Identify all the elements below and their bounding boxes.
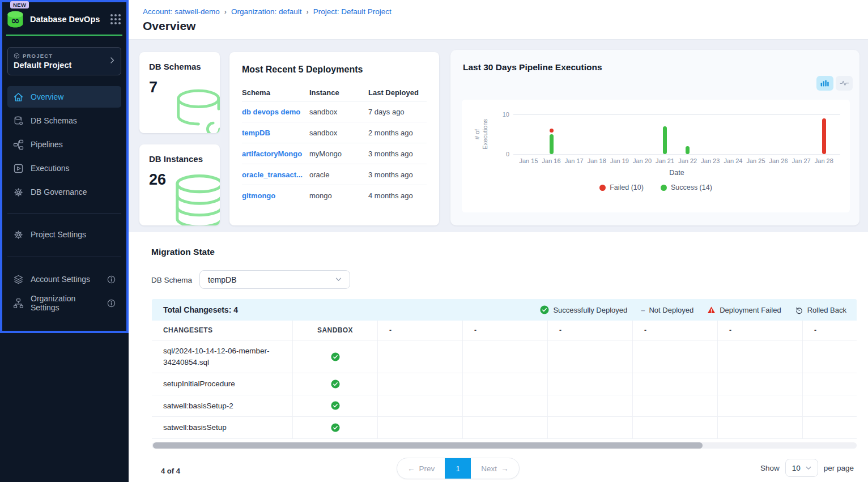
deployments-table: SchemaInstanceLast Deployed db devops de… (242, 84, 427, 206)
page-size-select[interactable]: 10 (785, 459, 818, 477)
status-legend-item: Successfully Deployed (540, 305, 627, 314)
sidebar-item-organization-settings[interactable]: Organization Settings (7, 292, 121, 314)
gridline (513, 154, 840, 155)
svg-text:∞: ∞ (11, 15, 20, 27)
x-tick-label: Jan 23 (701, 157, 720, 164)
legend-label: Failed (10) (610, 184, 644, 191)
sidebar-item-db-schemas[interactable]: DB Schemas (7, 110, 121, 131)
arrow-left-icon: ← (407, 464, 415, 473)
db-schema-select[interactable]: tempDB (199, 270, 350, 289)
legend-item: Success (14) (661, 184, 712, 191)
per-page-label: per page (824, 464, 854, 472)
check-circle-icon (331, 401, 340, 410)
failed-bar (822, 118, 826, 154)
x-tick-label: Jan 27 (792, 157, 811, 164)
changesets-column-header: CHANGESETS (152, 321, 293, 340)
scrollbar-thumb[interactable] (153, 442, 703, 449)
success-bar (686, 146, 690, 154)
stat-label: DB Schemas (149, 62, 210, 71)
empty-cell (548, 373, 633, 395)
changeset-status-cell (293, 373, 378, 395)
deployment-schema-link[interactable]: tempDB (242, 129, 309, 137)
deployment-instance: sandbox (309, 129, 368, 137)
empty-cell (633, 373, 718, 395)
sidebar-item-executions[interactable]: Executions (7, 157, 121, 179)
page-1-button[interactable]: 1 (445, 458, 471, 479)
stat-label: DB Instances (149, 154, 210, 164)
info-icon[interactable] (107, 275, 116, 284)
deployment-last-deployed: 2 months ago (368, 129, 427, 137)
deployments-title: Most Recent 5 Deployments (242, 65, 427, 75)
pagination-summary: 4 of 4 (161, 467, 180, 475)
project-selector[interactable]: PROJECT Default Project (7, 47, 121, 75)
chart-title: Last 30 Days Pipeline Executions (463, 62, 602, 72)
x-tick-label: Jan 19 (610, 157, 629, 164)
x-tick-label: Jan 26 (769, 157, 788, 164)
layers-icon (13, 274, 24, 285)
breadcrumb-link[interactable]: Project: Default Project (313, 7, 392, 16)
page-header: Account: satwell-demo›Organization: defa… (129, 0, 868, 40)
org-icon (13, 298, 24, 309)
changeset-name: sql/2024-10-14-12-06-member-34240854.sql (152, 340, 293, 373)
database-stack-icon (170, 173, 220, 225)
x-tick-label: Jan 25 (746, 157, 765, 164)
changeset-row: sql/2024-10-14-12-06-member-34240854.sql (152, 340, 857, 373)
empty-cell (378, 395, 463, 417)
show-label: Show (760, 464, 780, 472)
app-grid-icon[interactable] (110, 14, 121, 24)
breadcrumb-link[interactable]: Account: satwell-demo (143, 7, 220, 16)
breadcrumb-link[interactable]: Organization: default (231, 7, 302, 16)
changeset-name: setupInitialProcedure (152, 373, 293, 395)
line-chart-toggle-button[interactable] (836, 76, 853, 91)
sidebar-nav-secondary: Project Settings (0, 224, 129, 245)
legend-dot (599, 185, 606, 191)
next-page-button[interactable]: Next→ (471, 458, 518, 479)
project-label: PROJECT (23, 53, 53, 59)
x-tick-label: Jan 20 (633, 157, 652, 164)
sidebar-item-project-settings[interactable]: Project Settings (7, 224, 121, 245)
total-changesets-bar: Total Changesets: 4 Successfully Deploye… (152, 299, 857, 321)
x-axis-label: Date (513, 169, 840, 177)
x-tick-label: Jan 18 (588, 157, 606, 164)
deployment-schema-link[interactable]: artifactoryMongo (242, 150, 309, 158)
db-schemas-card: DB Schemas 7 (139, 52, 220, 133)
project-name: Default Project (14, 61, 115, 70)
changesets-table-header: CHANGESETSSANDBOX------ (152, 321, 857, 340)
x-tick-label: Jan 17 (565, 157, 584, 164)
changesets-column-header: - (633, 321, 718, 340)
empty-cell (633, 395, 718, 417)
deployments-column-header: Schema (242, 88, 309, 97)
legend-item: Failed (10) (599, 184, 644, 191)
sidebar-item-account-settings[interactable]: Account Settings (7, 268, 121, 290)
total-changesets-label: Total Changesets: 4 (152, 305, 238, 314)
info-icon[interactable] (107, 299, 116, 308)
x-tick-label: Jan 16 (542, 157, 561, 164)
check-circle-icon (331, 379, 340, 389)
bar-chart-toggle-button[interactable] (816, 76, 833, 91)
deployments-column-header: Last Deployed (368, 88, 427, 97)
success-bar (550, 134, 554, 154)
empty-cell (378, 417, 463, 439)
deployment-last-deployed: 3 months ago (368, 150, 427, 158)
sidebar-divider (7, 257, 121, 257)
changesets-column-header: - (463, 321, 548, 340)
deployment-schema-link[interactable]: db devops demo (242, 108, 309, 116)
empty-cell (803, 395, 857, 417)
sidebar-item-pipelines[interactable]: Pipelines (7, 134, 121, 155)
prev-page-button[interactable]: ←Prev (397, 458, 445, 479)
sidebar-item-label: Account Settings (31, 275, 90, 284)
sidebar-item-db-governance[interactable]: DB Governance (7, 181, 121, 203)
status-legend-item: Rolled Back (795, 306, 846, 314)
migration-state-section: Migration State DB Schema tempDB Total C… (129, 232, 868, 482)
sidebar-item-overview[interactable]: Overview (7, 86, 121, 108)
status-legend-label: Deployment Failed (720, 306, 781, 314)
failed-bar (550, 129, 554, 133)
empty-cell (463, 395, 548, 417)
deployment-row: tempDBsandbox2 months ago (242, 122, 427, 143)
status-legend-item: Deployment Failed (707, 306, 781, 314)
deployment-schema-link[interactable]: oracle_transact... (242, 170, 309, 179)
rollback-icon (795, 306, 803, 314)
page-size-value: 10 (792, 464, 801, 472)
deployment-schema-link[interactable]: gitmongo (242, 191, 309, 200)
deployment-row: gitmongomongo4 months ago (242, 185, 427, 206)
